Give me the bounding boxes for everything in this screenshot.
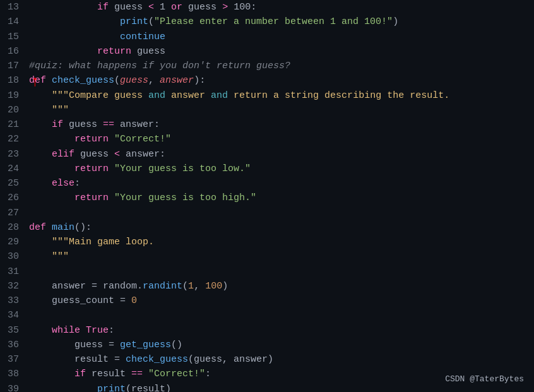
token xyxy=(29,16,120,27)
token: == xyxy=(103,119,114,130)
token xyxy=(29,119,52,130)
token: ) xyxy=(222,281,228,292)
line-number: 30 xyxy=(5,249,19,264)
token xyxy=(29,32,120,42)
token: = xyxy=(109,354,126,365)
token xyxy=(109,193,114,203)
token xyxy=(46,75,52,86)
code-line xyxy=(29,264,534,279)
token: 0 xyxy=(131,295,137,306)
token: """ xyxy=(52,251,69,262)
token: 100: xyxy=(228,2,256,13)
token: answer xyxy=(160,75,194,86)
token xyxy=(29,178,52,189)
token: and xyxy=(148,90,165,101)
token: ( xyxy=(182,281,188,292)
line-number: 15 xyxy=(5,30,19,44)
code-line: """Compare guess and answer and return a… xyxy=(29,88,534,103)
token: return xyxy=(74,134,109,145)
line-number: 23 xyxy=(5,147,19,162)
token: result xyxy=(74,354,109,365)
token: answer: xyxy=(120,149,165,160)
token: () xyxy=(171,340,182,350)
token: guess xyxy=(74,149,114,160)
code-line xyxy=(29,206,534,220)
code-content: ↑ if guess < 1 or guess > 100: print("Pl… xyxy=(27,0,534,392)
token xyxy=(29,384,97,393)
token: """ xyxy=(52,105,69,116)
token xyxy=(29,281,52,292)
token: 1 xyxy=(154,2,171,13)
line-number: 31 xyxy=(5,264,19,279)
code-line: print("Please enter a number between 1 a… xyxy=(29,15,534,29)
code-line: #quiz: what happens if you don't return … xyxy=(29,59,534,73)
token: guess xyxy=(63,119,103,130)
code-line: """ xyxy=(29,103,534,117)
token: < xyxy=(148,2,154,13)
token: (result) xyxy=(126,384,171,393)
token: answer xyxy=(52,281,86,292)
token xyxy=(29,325,52,336)
line-number: 38 xyxy=(5,367,19,381)
token: "Your guess is too high." xyxy=(114,193,256,203)
line-number: 37 xyxy=(5,352,19,367)
token: print xyxy=(97,384,126,393)
token xyxy=(29,149,52,160)
code-line: return "Correct!" xyxy=(29,132,534,146)
token: get_guess xyxy=(120,340,171,350)
token: "Your guess is too low." xyxy=(114,163,251,174)
token: print xyxy=(120,16,148,27)
token xyxy=(29,295,52,306)
token: main xyxy=(52,222,74,233)
code-line: while True: xyxy=(29,323,534,338)
code-line: if guess == answer: xyxy=(29,117,534,132)
token: def xyxy=(29,222,46,233)
token: elif xyxy=(52,149,74,160)
token: return xyxy=(74,163,109,174)
token xyxy=(29,193,74,203)
token: "Please enter a number between 1 and 100… xyxy=(154,16,393,27)
token: , xyxy=(148,75,160,86)
line-number: 18 xyxy=(5,73,19,88)
token xyxy=(143,369,148,379)
token xyxy=(29,90,52,101)
code-container: 1314151617181920212223242526272829303132… xyxy=(0,0,534,392)
token: guess xyxy=(120,75,148,86)
code-line: elif guess < answer: xyxy=(29,147,534,162)
token xyxy=(29,354,74,365)
code-line: answer = random.randint(1, 100) xyxy=(29,279,534,294)
code-line: """ xyxy=(29,249,534,264)
token: , xyxy=(194,281,205,292)
watermark: CSDN @TaterBytes xyxy=(445,373,524,386)
token: or xyxy=(171,2,182,13)
token: ) xyxy=(393,16,398,27)
line-number: 35 xyxy=(5,323,19,338)
token: (): xyxy=(74,222,92,233)
token: result xyxy=(86,369,131,379)
token: return a string describing the result. xyxy=(228,90,449,101)
code-line: else: xyxy=(29,176,534,191)
token xyxy=(29,46,97,57)
code-line: def check_guess(guess, answer): xyxy=(29,73,534,88)
line-number: 24 xyxy=(5,162,19,176)
line-number: 32 xyxy=(5,279,19,294)
token: (guess, answer) xyxy=(188,354,273,365)
token xyxy=(109,134,114,145)
line-number: 14 xyxy=(5,15,19,29)
red-arrow: ↑ xyxy=(30,74,39,90)
token: > xyxy=(222,2,228,13)
token: """Main game loop. xyxy=(52,237,154,247)
token: answer: xyxy=(114,119,160,130)
line-number: 21 xyxy=(5,117,19,132)
line-number: 27 xyxy=(5,206,19,220)
token: == xyxy=(131,369,143,379)
line-number: 28 xyxy=(5,220,19,235)
code-line: """Main game loop. xyxy=(29,235,534,249)
token xyxy=(29,251,52,262)
token xyxy=(29,134,74,145)
token: guess xyxy=(182,2,222,13)
token: = xyxy=(86,281,103,292)
code-line: return "Your guess is too high." xyxy=(29,191,534,205)
token: < xyxy=(114,149,120,160)
token xyxy=(29,369,74,379)
